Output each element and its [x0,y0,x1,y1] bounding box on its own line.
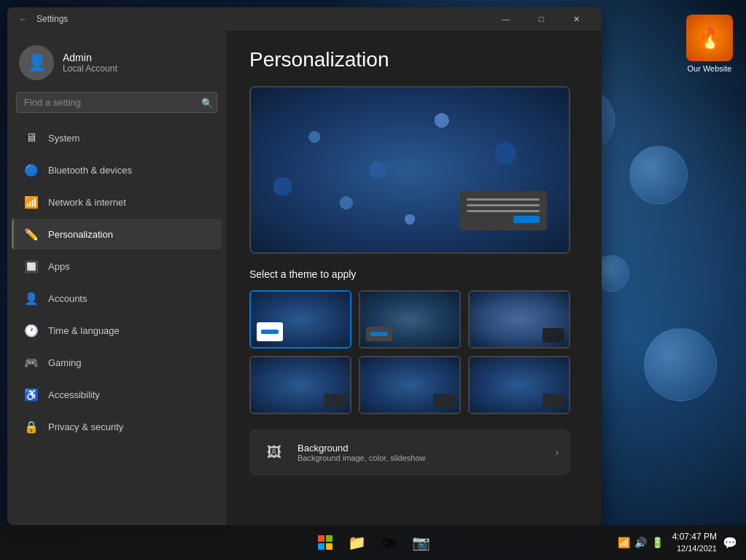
sidebar-item-system[interactable]: 🖥 System [12,122,222,153]
logo-cell [318,543,325,550]
page-title: Personalization [249,48,578,71]
taskbar: 📁 🛍 📷 📶 🔊 🔋 4:07:47 PM 12/14/2021 💬 [0,525,746,560]
tray-icon-network[interactable]: 📶 [618,537,630,548]
theme-option-5[interactable] [359,356,461,414]
taskbar-icons: 📁 🛍 📷 [311,528,436,557]
theme-option-4[interactable] [249,356,351,414]
sidebar-item-network[interactable]: 📶 Network & internet [12,187,222,217]
desktop-icon-website[interactable]: 🔥 Our Website [680,15,739,73]
accounts-icon: 👤 [23,290,39,306]
search-input[interactable] [16,92,217,113]
sidebar-item-label: System [48,133,79,144]
tray-icon-volume[interactable]: 🔊 [634,537,647,548]
sidebar-item-label: Accounts [48,293,87,304]
minimize-button[interactable]: — [489,7,523,31]
preview-line [467,204,540,206]
maximize-button[interactable]: □ [524,7,558,31]
right-panel: Personalization Select a theme to apply [226,31,602,525]
theme-option-2[interactable] [359,290,461,349]
select-theme-label: Select a theme to apply [249,268,578,280]
store-button[interactable]: 🛍 [375,528,404,557]
theme-preview [249,86,570,254]
phoenix-icon: 🔥 [686,15,733,61]
search-icon: 🔍 [201,97,213,108]
sidebar-item-apps[interactable]: 🔲 Apps [12,251,222,281]
background-subtitle: Background image, color, slideshow [298,454,555,462]
apps-icon: 🔲 [23,258,39,274]
accessibility-icon: ♿ [23,386,39,402]
gaming-icon: 🎮 [23,354,39,370]
user-name: Admin [63,52,214,63]
system-icon: 🖥 [23,130,39,146]
background-setting[interactable]: 🖼 Background Background image, color, sl… [249,429,570,475]
theme-option-6[interactable] [468,356,570,414]
preview-background [251,88,569,252]
theme-overlay [324,394,346,408]
theme-overlay [433,394,455,408]
theme-overlay [543,328,564,343]
file-explorer-button[interactable]: 📁 [343,528,372,557]
logo-cell [326,535,333,542]
settings-window: ← Settings — □ ✕ 👤 Admin Local Account 🔍 [7,7,602,525]
theme-option-3[interactable] [468,290,570,349]
sidebar-item-bluetooth[interactable]: 🔵 Bluetooth & devices [12,155,222,185]
user-profile[interactable]: 👤 Admin Local Account [7,31,226,92]
close-button[interactable]: ✕ [559,7,593,31]
background-icon: 🖼 [261,439,287,465]
sidebar-item-label: Apps [48,261,70,272]
main-content: 👤 Admin Local Account 🔍 🖥 System 🔵 Bluet… [7,31,602,525]
background-title: Background [298,443,555,454]
sidebar-item-personalization[interactable]: ✏️ Personalization [12,219,222,249]
sidebar-item-label: Personalization [48,229,113,240]
camera-icon: 📷 [412,534,430,551]
sidebar-item-time[interactable]: 🕐 Time & language [12,315,222,346]
preview-button [513,216,540,223]
preview-line [467,210,540,212]
clock-time: 4:07:47 PM [672,531,717,543]
theme-grid [249,290,570,414]
clock-date: 12/14/2021 [672,543,717,554]
sidebar-item-label: Gaming [48,357,82,368]
theme-option-1[interactable] [249,290,351,349]
sidebar: 👤 Admin Local Account 🔍 🖥 System 🔵 Bluet… [7,31,226,525]
sidebar-item-privacy[interactable]: 🔒 Privacy & security [12,411,222,442]
back-button[interactable]: ← [16,12,31,26]
title-bar: ← Settings — □ ✕ [7,7,602,31]
desktop-icon-label: Our Website [688,64,732,73]
bubble-decor [644,328,717,401]
windows-logo [318,535,333,550]
logo-cell [326,543,333,550]
sidebar-item-label: Accessibility [48,389,100,400]
theme-label [257,322,283,341]
preview-line [467,198,540,201]
system-tray: 📶 🔊 🔋 4:07:47 PM 12/14/2021 💬 [618,531,737,554]
tray-icons: 📶 🔊 🔋 [618,537,664,548]
theme-label [366,327,392,341]
bluetooth-icon: 🔵 [23,162,39,178]
start-button[interactable] [311,528,340,557]
sidebar-item-label: Time & language [48,325,120,336]
sidebar-item-accounts[interactable]: 👤 Accounts [12,283,222,314]
logo-cell [318,535,325,542]
sidebar-item-accessibility[interactable]: ♿ Accessibility [12,379,222,410]
privacy-icon: 🔒 [23,419,39,435]
camera-button[interactable]: 📷 [407,528,436,557]
sidebar-item-gaming[interactable]: 🎮 Gaming [12,347,222,378]
preview-dialog [459,191,547,230]
window-title: Settings [36,14,489,24]
folder-icon: 📁 [348,534,366,551]
theme-overlay [543,394,564,408]
avatar: 👤 [19,45,54,80]
system-clock[interactable]: 4:07:47 PM 12/14/2021 [672,531,717,554]
network-icon: 📶 [23,194,39,210]
chevron-right-icon: › [555,446,559,458]
search-box: 🔍 [16,92,217,113]
user-account-type: Local Account [63,63,214,74]
sidebar-item-label: Privacy & security [48,421,123,432]
label-bar [261,330,279,334]
user-info: Admin Local Account [63,52,214,74]
background-content: Background Background image, color, slid… [298,443,555,462]
notification-button[interactable]: 💬 [723,536,737,550]
tray-icon-battery[interactable]: 🔋 [651,537,664,548]
personalization-icon: ✏️ [23,226,39,242]
